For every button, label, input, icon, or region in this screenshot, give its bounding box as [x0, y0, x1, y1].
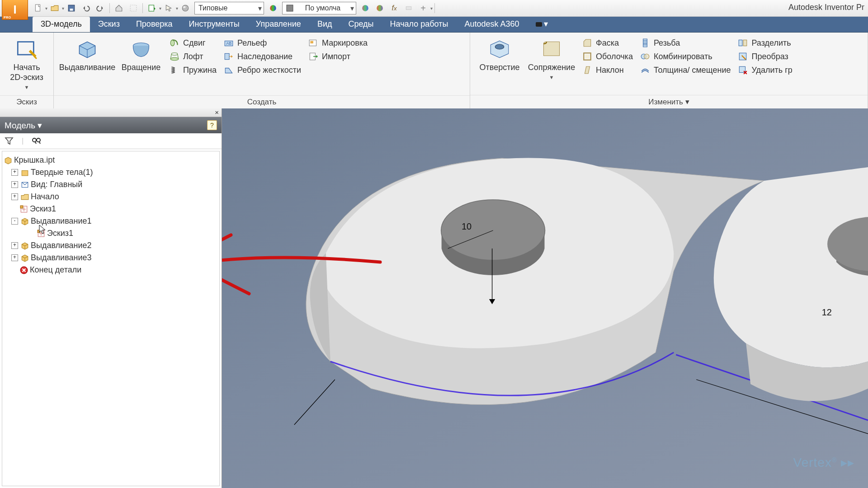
emboss-button[interactable]: ABРельеф	[224, 38, 301, 48]
new-icon[interactable]	[32, 2, 44, 14]
shell-button[interactable]: Оболочка	[582, 52, 633, 61]
draft-button[interactable]: Наклон	[582, 65, 633, 75]
svg-point-36	[37, 138, 40, 142]
watermark: Vertex® ▸▸	[793, 455, 855, 470]
svg-rect-40	[20, 206, 23, 208]
select-arrow-icon[interactable]	[162, 2, 175, 14]
ribbon-tabs: 3D-модель Эскиз Проверка Инструменты Упр…	[0, 17, 868, 33]
save-icon[interactable]	[65, 2, 78, 14]
appearance-icon[interactable]	[267, 2, 279, 14]
dimension-2: 12	[822, 307, 832, 318]
svg-point-30	[644, 54, 649, 59]
thread-button[interactable]: Резьба	[640, 38, 731, 48]
tab-view[interactable]: Вид	[309, 17, 340, 32]
tab-manage[interactable]: Управление	[248, 17, 309, 32]
tab-extra[interactable]: ▾	[528, 16, 556, 32]
param-icon[interactable]	[402, 2, 415, 14]
style-dropdown[interactable]: Типовые▾	[194, 2, 264, 14]
tree-node-origin[interactable]: +Начало	[4, 191, 217, 203]
revolve-button[interactable]: Вращение	[116, 36, 166, 72]
svg-rect-13	[406, 7, 411, 10]
svg-rect-4	[149, 5, 154, 11]
svg-point-25	[495, 44, 504, 49]
model-browser: × Модель ▾ ? | Крышка.ipt +Твердые тела(…	[0, 108, 222, 488]
svg-text:AB: AB	[226, 41, 232, 46]
close-icon[interactable]: ×	[215, 108, 219, 116]
panel-sketch-label: Эскиз	[0, 95, 53, 109]
chamfer-button[interactable]: Фаска	[582, 38, 633, 48]
dimension-1: 10	[462, 221, 472, 232]
home-icon[interactable]	[113, 2, 125, 14]
update-icon[interactable]	[146, 2, 158, 14]
tab-3d-model[interactable]: 3D-модель	[33, 17, 90, 32]
tree-node-ext3[interactable]: +Выдавливание3	[4, 252, 217, 264]
svg-rect-28	[643, 39, 647, 47]
combine-button[interactable]: Комбинировать	[640, 52, 731, 61]
import-button[interactable]: Импорт	[308, 52, 368, 61]
svg-point-35	[33, 138, 36, 142]
tree-node-ext1[interactable]: -Выдавливание1	[4, 215, 217, 227]
tree-node-sk1[interactable]: Эскиз1	[4, 203, 217, 215]
coil-button[interactable]: Пружина	[170, 65, 217, 75]
deleteface-button[interactable]: Удалить гр	[738, 65, 792, 75]
tab-sketch[interactable]: Эскиз	[90, 17, 128, 32]
decal-button[interactable]: Маркировка	[308, 38, 368, 48]
fillet-button[interactable]: Сопряжение▼	[524, 36, 579, 82]
svg-point-5	[182, 5, 189, 11]
thicken-button[interactable]: Толщина/ смещение	[640, 65, 731, 75]
start-2d-sketch-button[interactable]: Начать 2D-эскиз ▼	[5, 36, 49, 92]
rib-button[interactable]: Ребро жесткости	[224, 65, 301, 75]
directedit-button[interactable]: Преобраз	[738, 52, 792, 61]
svg-point-12	[377, 5, 383, 11]
loft-button[interactable]: Лофт	[170, 52, 217, 61]
sweep-button[interactable]: Сдвиг	[170, 38, 217, 48]
filter-icon[interactable]	[5, 137, 14, 145]
hole-button[interactable]: Отверстие	[475, 36, 524, 72]
svg-rect-21	[225, 53, 229, 59]
browser-titlebar[interactable]: ×	[0, 108, 222, 117]
find-icon[interactable]	[32, 137, 42, 145]
model-tree[interactable]: Крышка.ipt +Твердые тела(1)+Вид: Главный…	[2, 151, 220, 486]
split-button[interactable]: Разделить	[738, 38, 792, 48]
plus-icon[interactable]: +	[417, 2, 429, 14]
app-menu-button[interactable]: I	[2, 0, 28, 20]
extrude-button[interactable]: Выдавливание	[58, 36, 116, 72]
adjustment-icon[interactable]	[373, 2, 386, 14]
redo-icon[interactable]	[94, 2, 107, 14]
fx-icon[interactable]: fx	[388, 2, 401, 14]
tree-node-solids[interactable]: +Твердые тела(1)	[4, 166, 217, 178]
tree-node-view[interactable]: +Вид: Главный	[4, 178, 217, 191]
svg-rect-31	[739, 40, 743, 46]
undo-icon[interactable]	[80, 2, 92, 14]
tree-node-eop[interactable]: Конец детали	[4, 264, 217, 276]
tab-tools[interactable]: Инструменты	[181, 17, 248, 32]
svg-rect-2	[70, 9, 73, 11]
help-icon[interactable]: ?	[207, 120, 217, 130]
browser-header[interactable]: Модель ▾ ?	[0, 117, 222, 133]
3d-viewport[interactable]: 10 12 Vertex® ▸▸	[222, 108, 868, 488]
svg-rect-42	[38, 230, 40, 233]
svg-rect-23	[310, 41, 313, 44]
tab-a360[interactable]: Autodesk A360	[456, 17, 527, 32]
appearance-dropdown[interactable]: По умолча▾	[282, 2, 356, 14]
tree-node-ext2[interactable]: +Выдавливание2	[4, 239, 217, 252]
tab-getstarted[interactable]: Начало работы	[382, 17, 457, 32]
svg-rect-32	[744, 40, 747, 46]
svg-rect-8	[287, 5, 293, 11]
tree-root[interactable]: Крышка.ipt	[4, 154, 217, 166]
tab-inspect[interactable]: Проверка	[128, 17, 181, 32]
svg-rect-37	[22, 170, 28, 175]
svg-point-18	[170, 57, 179, 61]
clear-override-icon[interactable]	[359, 2, 372, 14]
svg-point-7	[270, 5, 276, 11]
material-icon[interactable]	[179, 2, 192, 14]
tab-environments[interactable]: Среды	[340, 17, 382, 32]
derive-button[interactable]: Наследование	[224, 52, 301, 61]
svg-point-10	[362, 5, 368, 11]
tree-node-sk1b[interactable]: Эскиз1	[4, 227, 217, 239]
quick-access-toolbar: I ▾ ▾ ▾ ▾ Типовые▾ По умолча▾ fx + ▾ Aut…	[0, 0, 868, 17]
open-icon[interactable]	[48, 2, 61, 14]
svg-point-17	[171, 53, 177, 56]
svg-rect-27	[585, 55, 590, 59]
select-icon[interactable]	[127, 2, 140, 14]
